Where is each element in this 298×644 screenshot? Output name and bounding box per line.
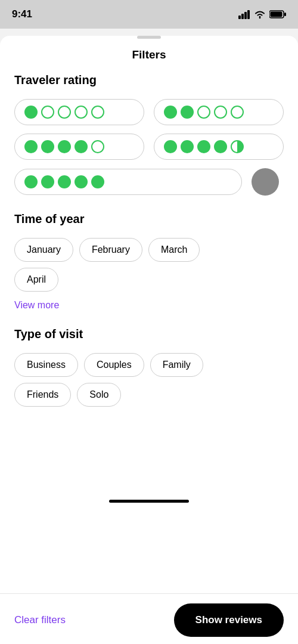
tag-solo[interactable]: Solo [77,383,121,407]
dot-2-3 [197,106,210,119]
view-more-link[interactable]: View more [14,300,59,311]
months-row-1: January February March [14,238,284,262]
rating-45-pill[interactable] [154,134,284,160]
svg-rect-1 [241,14,244,19]
svg-rect-6 [284,13,286,16]
dot-45-2 [181,140,194,153]
dot-5-1 [24,175,38,188]
dot-45-5 [231,140,244,153]
dot-2-4 [214,106,227,119]
type-of-visit-title: Type of visit [14,327,284,341]
dot-45-3 [197,140,210,153]
dot-2-1 [164,106,177,119]
sheet-title: Filters [0,44,298,73]
rating-row-3 [14,168,284,196]
signal-icon [238,10,250,19]
dot-1-5 [91,106,104,119]
status-icons [238,10,286,19]
rating-4-pill[interactable] [14,134,144,160]
visit-types-row-1: Business Couples Family [14,353,284,377]
dot-4-3 [58,140,71,153]
dot-5-3 [58,175,71,188]
dot-45-4 [214,140,227,153]
rating-grid [14,99,284,196]
visit-types-row-2: Friends Solo [14,383,284,407]
time-of-year-section: Time of year January February March Apri… [0,212,298,311]
filter-sheet: Filters Traveler rating [0,36,298,644]
home-indicator [109,500,189,503]
tag-business[interactable]: Business [14,353,78,377]
dot-4-4 [74,140,88,153]
type-of-visit-section: Type of visit Business Couples Family Fr… [0,327,298,407]
svg-rect-0 [238,16,241,19]
show-reviews-button[interactable]: Show reviews [174,603,284,637]
status-bar: 9:41 [0,0,298,29]
rating-row-2 [14,134,284,160]
tag-friends[interactable]: Friends [14,383,71,407]
months-row-2: April [14,268,284,292]
dot-45-1 [164,140,177,153]
tag-february[interactable]: February [79,238,142,262]
svg-rect-3 [247,10,250,19]
rating-row-1 [14,99,284,125]
dot-4-1 [24,140,38,153]
tag-april[interactable]: April [14,268,58,292]
clear-filters-button[interactable]: Clear filters [14,614,66,626]
battery-icon [269,10,286,19]
tag-couples[interactable]: Couples [84,353,144,377]
traveler-rating-title: Traveler rating [14,73,284,87]
status-time: 9:41 [12,8,32,20]
dot-4-5 [91,140,104,153]
tag-january[interactable]: January [14,238,73,262]
dot-1-4 [74,106,88,119]
dot-1-2 [41,106,54,119]
tag-family[interactable]: Family [150,353,203,377]
rating-1-pill[interactable] [14,99,144,125]
wifi-icon [254,10,266,19]
dot-2-2 [181,106,194,119]
dot-1-3 [58,106,71,119]
rating-5-pill[interactable] [14,169,242,195]
dot-5-4 [74,175,88,188]
toggle-area [252,168,284,196]
dot-5-2 [41,175,54,188]
bottom-bar: Clear filters Show reviews [0,593,298,644]
dot-4-2 [41,140,54,153]
time-of-year-title: Time of year [14,212,284,226]
drag-handle[interactable] [137,36,161,39]
toggle-circle[interactable] [252,168,279,196]
traveler-rating-section: Traveler rating [0,73,298,196]
dot-2-5 [231,106,244,119]
dot-5-5 [91,175,104,188]
tag-march[interactable]: March [148,238,200,262]
dot-1-1 [24,106,38,119]
svg-rect-2 [244,12,247,19]
svg-rect-5 [271,12,283,17]
rating-2-pill[interactable] [154,99,284,125]
